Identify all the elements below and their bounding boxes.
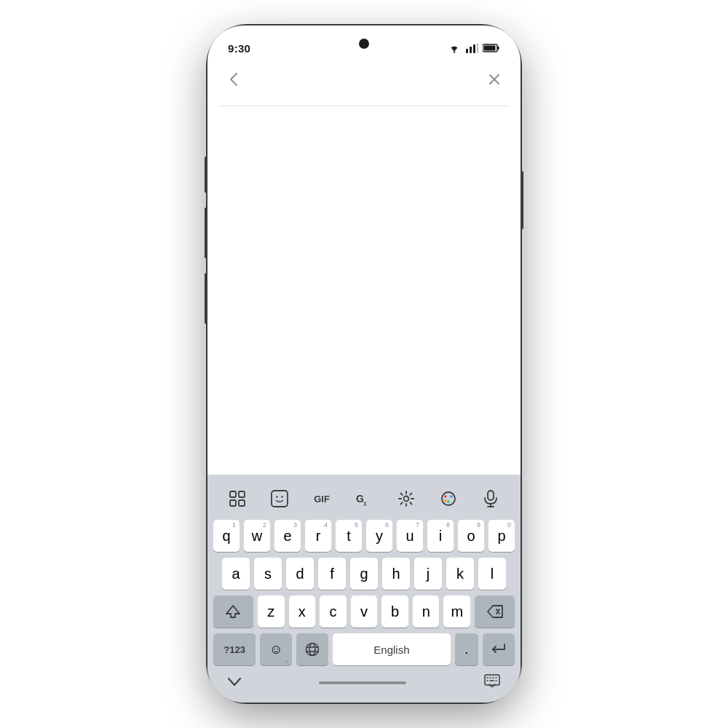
svg-rect-11 <box>239 500 245 506</box>
svg-point-17 <box>404 496 409 502</box>
settings-toolbar-button[interactable] <box>392 485 420 513</box>
period-key[interactable]: . <box>455 633 478 665</box>
key-p[interactable]: 0 p <box>488 520 515 552</box>
shift-key[interactable] <box>213 596 253 628</box>
svg-rect-23 <box>488 491 494 500</box>
enter-icon <box>491 644 506 655</box>
key-j[interactable]: j <box>414 558 442 590</box>
key-i[interactable]: 8 i <box>427 520 454 552</box>
svg-rect-3 <box>473 44 475 53</box>
key-w[interactable]: 2 w <box>244 520 270 552</box>
svg-point-21 <box>447 500 450 503</box>
back-button[interactable] <box>222 68 245 91</box>
keyboard-hide-button[interactable] <box>484 674 500 691</box>
phone-frame: 9:30 <box>207 25 521 703</box>
key-e[interactable]: 3 e <box>274 520 301 552</box>
keyboard: GIF G x <box>207 475 521 703</box>
key-h[interactable]: h <box>382 558 410 590</box>
svg-rect-2 <box>470 47 472 53</box>
key-row-1: 1 q 2 w 3 e 4 r <box>213 520 515 552</box>
key-m[interactable]: m <box>443 596 470 628</box>
svg-point-14 <box>281 496 282 497</box>
mute-button <box>205 157 207 193</box>
content-area <box>207 106 521 475</box>
svg-point-27 <box>309 644 315 656</box>
camera-notch <box>359 39 369 49</box>
keyboard-toolbar: GIF G x <box>210 480 518 520</box>
svg-point-0 <box>454 51 455 52</box>
status-icons <box>448 43 500 53</box>
nav-bar <box>207 60 521 97</box>
power-button <box>521 171 523 229</box>
close-button[interactable] <box>483 68 506 91</box>
svg-point-19 <box>444 495 447 498</box>
svg-rect-8 <box>230 491 236 497</box>
key-u[interactable]: 7 u <box>397 520 423 552</box>
svg-rect-12 <box>272 491 288 507</box>
symbols-label: ?123 <box>223 644 245 655</box>
key-b[interactable]: b <box>381 596 408 628</box>
wifi-icon <box>448 43 461 53</box>
space-key[interactable]: English <box>333 633 451 665</box>
status-time: 9:30 <box>228 42 250 55</box>
key-o[interactable]: 9 o <box>458 520 484 552</box>
svg-point-20 <box>450 495 453 498</box>
svg-rect-9 <box>239 491 245 497</box>
key-z[interactable]: z <box>258 596 285 628</box>
svg-rect-1 <box>466 49 468 53</box>
svg-rect-4 <box>477 43 478 53</box>
enter-key[interactable] <box>483 633 515 665</box>
volume-up-button <box>205 207 207 258</box>
key-g[interactable]: g <box>350 558 378 590</box>
key-q[interactable]: 1 q <box>213 520 240 552</box>
key-row-3: z x c v b n <box>213 596 515 628</box>
symbols-key[interactable]: ?123 <box>213 633 256 665</box>
key-row-bottom: ?123 ☺ , Eng <box>213 633 515 665</box>
theme-toolbar-button[interactable] <box>435 485 462 513</box>
key-s[interactable]: s <box>254 558 282 590</box>
keyboard-bottom-bar <box>210 668 518 700</box>
key-k[interactable]: k <box>446 558 474 590</box>
svg-rect-6 <box>498 47 499 50</box>
apps-toolbar-button[interactable] <box>223 485 251 513</box>
backspace-icon <box>487 605 503 618</box>
mic-toolbar-button[interactable] <box>477 485 505 513</box>
gif-label: GIF <box>314 494 330 505</box>
key-f[interactable]: f <box>318 558 346 590</box>
translate-toolbar-button[interactable]: G x <box>350 485 378 513</box>
key-r[interactable]: 4 r <box>305 520 331 552</box>
globe-key[interactable] <box>296 633 328 665</box>
emoji-icon: ☺ <box>269 642 282 657</box>
key-t[interactable]: 5 t <box>336 520 362 552</box>
status-bar: 9:30 <box>207 25 521 60</box>
battery-icon <box>483 44 500 52</box>
svg-point-18 <box>442 492 455 505</box>
svg-rect-7 <box>484 46 496 51</box>
key-v[interactable]: v <box>351 596 378 628</box>
backspace-key[interactable] <box>475 596 515 628</box>
chevron-down-button[interactable] <box>228 675 241 690</box>
period-label: . <box>464 643 468 656</box>
svg-point-13 <box>276 496 277 497</box>
key-x[interactable]: x <box>289 596 316 628</box>
signal-icon <box>465 43 478 53</box>
svg-rect-30 <box>485 675 499 685</box>
key-d[interactable]: d <box>286 558 314 590</box>
key-y[interactable]: 6 y <box>366 520 392 552</box>
gif-toolbar-button[interactable]: GIF <box>308 485 336 513</box>
sticker-toolbar-button[interactable] <box>266 485 293 513</box>
phone-screen: 9:30 <box>207 25 521 703</box>
space-label: English <box>373 644 409 655</box>
shift-icon <box>226 604 240 619</box>
svg-point-26 <box>306 644 319 656</box>
emoji-key[interactable]: ☺ , <box>260 633 292 665</box>
key-row-2: a s d f g h <box>213 558 515 590</box>
key-c[interactable]: c <box>320 596 347 628</box>
svg-point-22 <box>444 499 447 502</box>
key-l[interactable]: l <box>478 558 506 590</box>
key-n[interactable]: n <box>413 596 440 628</box>
key-a[interactable]: a <box>222 558 250 590</box>
search-area[interactable] <box>219 97 509 106</box>
key-rows: 1 q 2 w 3 e 4 r <box>210 520 518 668</box>
svg-rect-10 <box>230 500 236 506</box>
